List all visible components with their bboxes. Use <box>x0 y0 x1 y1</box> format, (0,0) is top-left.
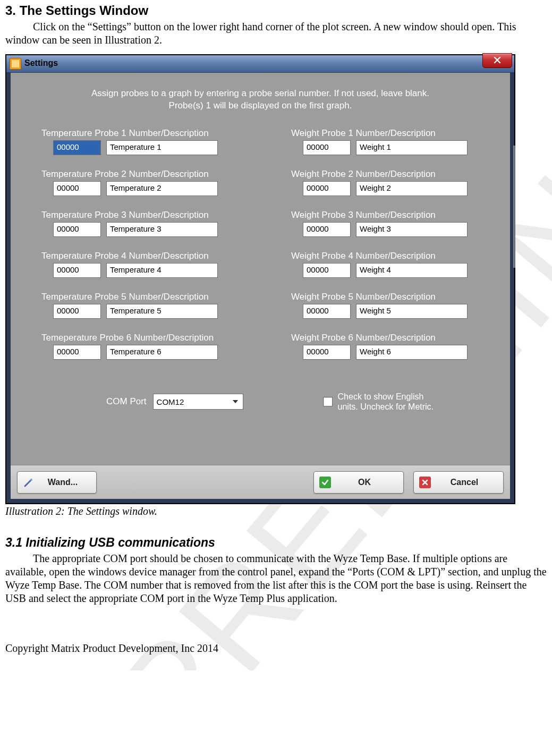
probe-label: Temeperature Probe 6 Number/Description <box>31 333 248 343</box>
copyright-footer: Copyright Matrix Product Development, In… <box>5 642 547 655</box>
weight1-number-input[interactable]: 00000 <box>303 140 351 155</box>
cancel-button[interactable]: Cancel <box>413 471 504 494</box>
weight-probe-5: Weight Probe 5 Number/Description 00000 … <box>281 292 497 319</box>
weight4-desc-input[interactable]: Weight 4 <box>356 263 468 278</box>
com-port-label: COM Port <box>106 396 147 407</box>
probe-label: Weight Probe 3 Number/Description <box>281 210 497 220</box>
probe-label: Temperature Probe 4 Number/Description <box>31 251 248 261</box>
temp-probe-3: Temperature Probe 3 Number/Description 0… <box>31 210 248 237</box>
probe-label: Weight Probe 6 Number/Description <box>281 333 497 343</box>
weight6-number-input[interactable]: 00000 <box>303 345 351 360</box>
weight6-desc-input[interactable]: Weight 6 <box>356 345 468 360</box>
temperature-column: Temperature Probe 1 Number/Description 0… <box>11 128 260 373</box>
weight5-desc-input[interactable]: Weight 5 <box>356 304 468 319</box>
weight-probe-3: Weight Probe 3 Number/Description 00000 … <box>281 210 497 237</box>
weight2-desc-input[interactable]: Weight 2 <box>356 181 468 196</box>
weight3-desc-input[interactable]: Weight 3 <box>356 222 468 237</box>
wand-button[interactable]: Wand... <box>17 471 97 494</box>
weight-probe-1: Weight Probe 1 Number/Description 00000 … <box>281 128 497 155</box>
temp5-desc-input[interactable]: Temperature 5 <box>106 304 218 319</box>
check-icon <box>319 477 331 488</box>
settings-window: Settings Assign probes to a graph by ent… <box>5 54 515 504</box>
units-checkbox[interactable] <box>323 397 333 406</box>
temp3-desc-input[interactable]: Temperature 3 <box>106 222 218 237</box>
weight-probe-4: Weight Probe 4 Number/Description 00000 … <box>281 251 497 278</box>
temp1-desc-input[interactable]: Temperature 1 <box>106 140 218 155</box>
subsection-paragraph-text: The appropriate COM port should be chose… <box>5 553 547 604</box>
chevron-down-icon <box>230 396 241 407</box>
section-paragraph-text: Click on the “Settings” button on the lo… <box>5 21 516 46</box>
units-checkbox-label: Check to show English units. Uncheck for… <box>338 392 434 412</box>
section-heading: 3. The Settings Window <box>5 3 547 18</box>
probe-label: Weight Probe 1 Number/Description <box>281 128 497 139</box>
titlebar: Settings <box>6 55 514 73</box>
ok-button[interactable]: OK <box>313 471 404 494</box>
instruction-text: Assign probes to a graph by entering a p… <box>11 73 510 112</box>
temp1-number-input[interactable]: 00000 <box>53 140 101 155</box>
probe-label: Weight Probe 4 Number/Description <box>281 251 497 261</box>
probe-label: Weight Probe 5 Number/Description <box>281 292 497 302</box>
x-icon <box>419 477 431 488</box>
temp2-desc-input[interactable]: Temperature 2 <box>106 181 218 196</box>
illustration-caption: Illustration 2: The Settings window. <box>5 505 547 517</box>
wand-button-label: Wand... <box>35 478 96 487</box>
weight-column: Weight Probe 1 Number/Description 00000 … <box>260 128 510 373</box>
ok-button-label: OK <box>331 478 403 487</box>
window-body: Assign probes to a graph by entering a p… <box>11 73 510 499</box>
temp6-desc-input[interactable]: Temperature 6 <box>106 345 218 360</box>
probe-label: Temperature Probe 5 Number/Description <box>31 292 248 302</box>
weight-probe-6: Weight Probe 6 Number/Description 00000 … <box>281 333 497 360</box>
temp4-number-input[interactable]: 00000 <box>53 263 101 278</box>
subsection-heading: 3.1 Initializing USB communications <box>5 536 547 550</box>
temp3-number-input[interactable]: 00000 <box>53 222 101 237</box>
weight3-number-input[interactable]: 00000 <box>303 222 351 237</box>
svg-point-0 <box>30 479 32 481</box>
temp-probe-5: Temperature Probe 5 Number/Description 0… <box>31 292 248 319</box>
temp-probe-6: Temeperature Probe 6 Number/Description … <box>31 333 248 360</box>
subsection-paragraph: The appropriate COM port should be chose… <box>5 552 547 605</box>
probe-label: Temperature Probe 3 Number/Description <box>31 210 248 220</box>
com-port-select[interactable]: COM12 <box>153 394 243 410</box>
weight-probe-2: Weight Probe 2 Number/Description 00000 … <box>281 169 497 196</box>
window-title: Settings <box>24 58 58 68</box>
temp-probe-4: Temperature Probe 4 Number/Description 0… <box>31 251 248 278</box>
temp4-desc-input[interactable]: Temperature 4 <box>106 263 218 278</box>
close-button[interactable] <box>482 53 512 68</box>
button-bar: Wand... OK Cancel <box>11 465 510 499</box>
probe-label: Temperature Probe 2 Number/Description <box>31 169 248 180</box>
weight2-number-input[interactable]: 00000 <box>303 181 351 196</box>
app-icon <box>10 58 21 70</box>
probe-label: Temperature Probe 1 Number/Description <box>31 128 248 139</box>
weight4-number-input[interactable]: 00000 <box>303 263 351 278</box>
weight1-desc-input[interactable]: Weight 1 <box>356 140 468 155</box>
probe-label: Weight Probe 2 Number/Description <box>281 169 497 180</box>
section-paragraph: Click on the “Settings” button on the lo… <box>5 20 547 47</box>
com-port-value: COM12 <box>157 397 184 406</box>
weight5-number-input[interactable]: 00000 <box>303 304 351 319</box>
close-icon <box>494 56 501 64</box>
temp6-number-input[interactable]: 00000 <box>53 345 101 360</box>
wand-icon <box>23 477 35 488</box>
temp5-number-input[interactable]: 00000 <box>53 304 101 319</box>
cancel-button-label: Cancel <box>431 478 503 487</box>
temp-probe-2: Temperature Probe 2 Number/Description 0… <box>31 169 248 196</box>
temp-probe-1: Temperature Probe 1 Number/Description 0… <box>31 128 248 155</box>
temp2-number-input[interactable]: 00000 <box>53 181 101 196</box>
